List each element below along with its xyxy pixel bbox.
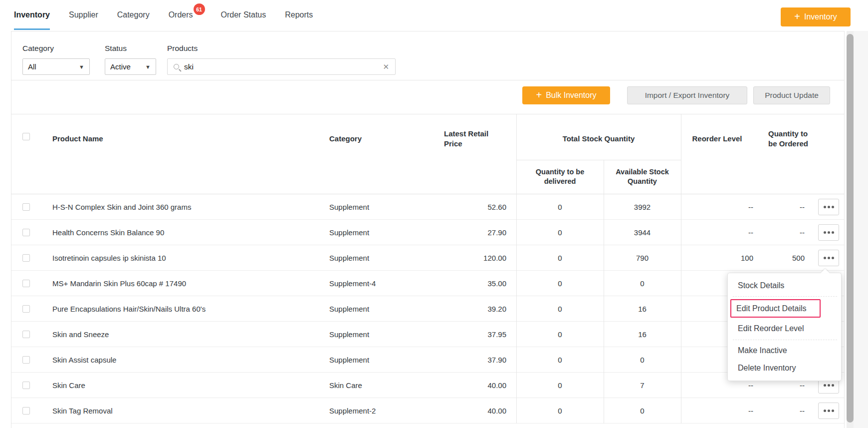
quantity-to-be-ordered: -- — [756, 220, 805, 245]
product-name: H-S-N Complex Skin and Joint 360 grams — [52, 194, 322, 220]
available-stock-quantity: 3944 — [604, 220, 681, 245]
inventory-app-screen: Inventory Supplier Category Orders 61 Or… — [0, 0, 868, 428]
select-all-checkbox[interactable] — [22, 133, 30, 140]
menu-divider — [733, 296, 837, 297]
quantity-to-be-delivered: 0 — [516, 245, 604, 271]
panel-right-border — [844, 31, 845, 428]
row-actions-button[interactable] — [818, 403, 839, 419]
stock-group-left-border — [516, 114, 517, 424]
quantity-to-be-ordered: 500 — [756, 245, 805, 271]
menu-item-edit-product-details[interactable]: Edit Product Details — [736, 304, 807, 313]
row-checkbox[interactable] — [22, 229, 30, 236]
bulk-inventory-button[interactable]: + Bulk Inventory — [522, 86, 610, 104]
header-category: Category — [329, 117, 429, 160]
latest-retail-price: 37.95 — [422, 322, 506, 347]
menu-divider — [733, 340, 837, 340]
stock-group-right-border — [681, 114, 681, 424]
row-checkbox[interactable] — [22, 305, 30, 313]
subheader-available-stock-quantity: Available Stock Quantity — [606, 160, 678, 194]
row-checkbox[interactable] — [22, 280, 30, 287]
latest-retail-price: 120.00 — [422, 245, 506, 271]
menu-item-make-inactive[interactable]: Make Inactive — [738, 346, 787, 355]
quantity-to-be-delivered: 0 — [516, 322, 604, 347]
latest-retail-price: 35.00 — [422, 271, 506, 296]
row-checkbox[interactable] — [22, 254, 30, 262]
menu-item-edit-reorder-level[interactable]: Edit Reorder Level — [738, 324, 804, 333]
product-update-button[interactable]: Product Update — [753, 86, 830, 104]
product-name: Skin Tag Removal — [52, 398, 322, 424]
table-row[interactable]: Health Concerns Skin Balance 90 Suppleme… — [11, 220, 844, 245]
table-row[interactable]: MS+ Mandarin Skin Plus 60cap # 17490 Sup… — [11, 271, 844, 296]
orders-count-badge: 61 — [194, 3, 205, 15]
available-stock-quantity: 0 — [604, 398, 681, 424]
row-checkbox[interactable] — [22, 382, 30, 389]
row-checkbox[interactable] — [22, 407, 30, 415]
quantity-to-be-delivered: 0 — [516, 347, 604, 373]
status-filter-value: Active — [110, 62, 131, 71]
header-quantity-to-be-ordered: Quantity to be Ordered — [768, 117, 814, 160]
products-search-input[interactable]: ski ✕ — [167, 58, 396, 75]
table-row[interactable]: Skin Care Skin Care 40.00 0 7 -- -- — [11, 373, 844, 398]
quantity-to-be-ordered: -- — [756, 194, 805, 220]
latest-retail-price: 40.00 — [422, 398, 506, 424]
header-latest-retail-price: Latest Retail Price — [444, 117, 506, 160]
table-row[interactable]: Skin Tag Removal Supplement-2 40.00 0 0 … — [11, 398, 844, 424]
status-filter-label: Status — [105, 44, 127, 53]
table-row[interactable]: Skin Assist capsule Supplement 37.90 0 0 — [11, 347, 844, 373]
menu-item-delete-inventory[interactable]: Delete Inventory — [738, 364, 796, 373]
tab-category[interactable]: Category — [117, 0, 150, 30]
table-row[interactable]: Pure Encapsulations Hair/Skin/Nails Ultr… — [11, 296, 844, 322]
tab-supplier[interactable]: Supplier — [69, 0, 98, 30]
filter-divider — [11, 80, 844, 80]
products-search-value: ski — [184, 62, 194, 71]
quantity-to-be-delivered: 0 — [516, 296, 604, 322]
row-actions-button[interactable] — [818, 199, 839, 215]
category-filter-label: Category — [22, 44, 54, 53]
import-export-inventory-button[interactable]: Import / Export Inventory — [627, 86, 747, 104]
quantity-to-be-delivered: 0 — [516, 220, 604, 245]
row-checkbox[interactable] — [22, 356, 30, 364]
menu-item-stock-details[interactable]: Stock Details — [738, 281, 784, 290]
quantity-to-be-delivered: 0 — [516, 194, 604, 220]
row-checkbox[interactable] — [22, 331, 30, 338]
panel-top-border — [11, 31, 844, 31]
row-context-menu: Stock Details Edit Product Details Edit … — [727, 273, 842, 381]
tab-reports[interactable]: Reports — [285, 0, 313, 30]
quantity-to-be-ordered: -- — [756, 398, 805, 424]
category-filter-select[interactable]: All ▼ — [22, 58, 90, 75]
chevron-down-icon: ▼ — [79, 64, 84, 70]
table-row[interactable]: Skin and Sneeze Supplement 37.95 0 16 — [11, 322, 844, 347]
add-inventory-label: Inventory — [804, 12, 837, 21]
row-checkbox[interactable] — [22, 203, 30, 211]
header-reorder-level: Reorder Level — [681, 117, 753, 160]
row-actions-button[interactable] — [818, 224, 839, 241]
quantity-to-be-delivered: 0 — [516, 373, 604, 398]
latest-retail-price: 27.90 — [422, 220, 506, 245]
available-stock-quantity: 0 — [604, 347, 681, 373]
subheader-quantity-to-be-delivered: Quantity to be delivered — [521, 160, 599, 194]
clear-search-icon[interactable]: ✕ — [383, 62, 389, 71]
main-nav: Inventory Supplier Category Orders 61 Or… — [14, 0, 313, 30]
product-name: Health Concerns Skin Balance 90 — [52, 220, 322, 245]
latest-retail-price: 39.20 — [422, 296, 506, 322]
product-name: Isotretinoin capsules ip skinista 10 — [52, 245, 322, 271]
row-actions-button[interactable] — [818, 250, 839, 266]
product-name: Pure Encapsulations Hair/Skin/Nails Ultr… — [52, 296, 322, 322]
tab-orders[interactable]: Orders 61 — [169, 0, 193, 30]
table-row[interactable]: Isotretinoin capsules ip skinista 10 Sup… — [11, 245, 844, 271]
status-filter-select[interactable]: Active ▼ — [105, 58, 156, 75]
stock-group-middle-border — [604, 160, 604, 424]
add-inventory-button[interactable]: + Inventory — [781, 7, 851, 26]
right-margin — [854, 31, 868, 428]
available-stock-quantity: 7 — [604, 373, 681, 398]
product-name: MS+ Mandarin Skin Plus 60cap # 17490 — [52, 271, 322, 296]
tab-inventory[interactable]: Inventory — [14, 0, 50, 30]
header-total-stock-quantity: Total Stock Quantity — [516, 117, 681, 160]
bulk-inventory-label: Bulk Inventory — [546, 91, 596, 100]
quantity-to-be-delivered: 0 — [516, 398, 604, 424]
scrollbar-thumb[interactable] — [847, 34, 854, 423]
table-row[interactable]: H-S-N Complex Skin and Joint 360 grams S… — [11, 194, 844, 220]
product-name: Skin Assist capsule — [52, 347, 322, 373]
tab-order-status[interactable]: Order Status — [221, 0, 266, 30]
product-name: Skin Care — [52, 373, 322, 398]
